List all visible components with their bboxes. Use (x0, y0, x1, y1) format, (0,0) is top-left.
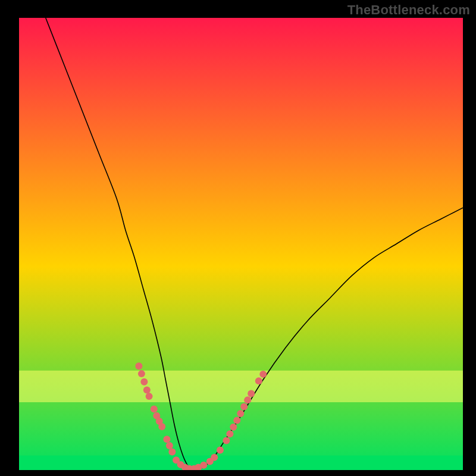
curve-dot (233, 416, 240, 424)
curve-dot (158, 423, 165, 430)
watermark-text: TheBottleneck.com (347, 2, 470, 18)
curve-dot (135, 362, 142, 369)
curve-dot (230, 424, 237, 431)
curve-dot (140, 378, 148, 386)
curve-dot (200, 462, 207, 469)
curve-dot (163, 436, 170, 443)
curve-dot (255, 377, 262, 384)
curve-dot (223, 437, 230, 444)
curve-dot (211, 454, 218, 461)
plot-area (19, 18, 463, 470)
curve-dot (138, 370, 145, 377)
curve-dot (151, 405, 158, 412)
chart-svg (19, 18, 463, 470)
upper-yellow-band (19, 371, 463, 402)
chart-frame: TheBottleneck.com (0, 0, 476, 476)
curve-dot (143, 386, 151, 393)
curve-dot (244, 396, 251, 403)
curve-dot (237, 410, 244, 417)
curve-dot (248, 390, 255, 397)
curve-dot (259, 371, 267, 378)
curve-dot (166, 442, 173, 449)
curve-dot (217, 447, 224, 454)
curve-dot (226, 430, 233, 437)
curve-dot (240, 403, 248, 411)
curve-dot (168, 449, 176, 456)
lower-green-band (19, 456, 463, 470)
curve-dot (146, 393, 153, 400)
